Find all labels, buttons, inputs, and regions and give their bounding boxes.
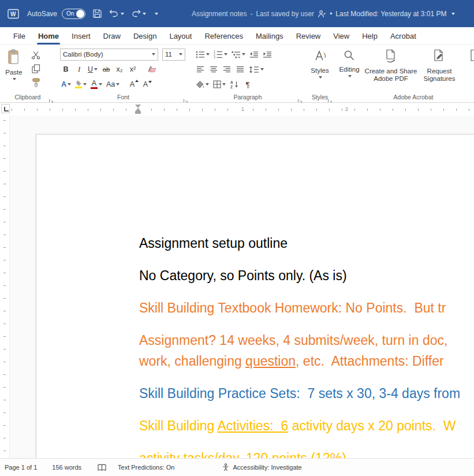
borders-button[interactable] — [212, 78, 227, 91]
subscript-button[interactable]: x₂ — [114, 63, 125, 76]
doc-text-run: activity tasks/day, 120 points (12%) — [139, 451, 346, 458]
tab-file[interactable]: File — [7, 27, 32, 44]
chevron-down-icon — [206, 83, 209, 85]
font-name-select[interactable]: Calibri (Body) — [60, 49, 158, 61]
request-signatures-button[interactable]: Request Signatures — [417, 45, 461, 92]
line-spacing-button[interactable] — [248, 63, 265, 76]
chevron-down-icon — [222, 83, 226, 85]
paste-button[interactable]: Paste — [0, 45, 28, 92]
horizontal-ruler[interactable]: 1 2 — [12, 105, 474, 114]
format-painter-button[interactable] — [30, 76, 42, 90]
align-right-button[interactable] — [221, 63, 233, 76]
clipboard-group-label: Clipboard — [0, 94, 55, 101]
shrink-font-button[interactable]: A — [141, 78, 153, 91]
clipped-ribbon-button[interactable] — [464, 45, 474, 92]
tab-acrobat[interactable]: Acrobat — [384, 27, 423, 44]
increase-indent-button[interactable] — [262, 48, 273, 61]
tab-insert[interactable]: Insert — [65, 27, 97, 44]
change-case-button[interactable]: Aa — [105, 78, 121, 91]
clear-formatting-button[interactable]: A — [145, 63, 156, 76]
tab-layout[interactable]: Layout — [163, 27, 198, 44]
strikethrough-button[interactable]: ab — [100, 63, 112, 76]
last-modified-status[interactable]: Last Modified: Yesterday at 3:01 PM — [335, 10, 446, 18]
justify-button[interactable] — [234, 63, 246, 76]
vertical-ruler[interactable] — [0, 116, 10, 458]
undo-button[interactable] — [109, 9, 124, 18]
word-count-status[interactable]: 156 words — [52, 464, 81, 471]
paragraph-dialog-launcher[interactable] — [297, 95, 303, 101]
arrow-down-icon — [148, 81, 152, 83]
tab-design[interactable]: Design — [127, 27, 163, 44]
tab-review[interactable]: Review — [290, 27, 327, 44]
bullets-icon — [196, 51, 205, 58]
text-predictions-status[interactable]: Text Predictions: On — [118, 464, 174, 471]
bullets-button[interactable] — [195, 48, 211, 61]
doc-paragraph[interactable]: Skill Building Activities: 6 activity da… — [139, 415, 460, 436]
chevron-down-icon — [319, 76, 322, 79]
styles-button[interactable]: Styles — [305, 45, 334, 92]
word-app-icon[interactable]: W — [8, 8, 19, 20]
status-bar: Page 1 of 1 156 words Text Predictions: … — [0, 458, 474, 476]
copy-icon — [32, 64, 40, 73]
tab-home[interactable]: Home — [32, 27, 65, 44]
copy-button[interactable] — [30, 62, 42, 76]
align-left-button[interactable] — [195, 63, 206, 76]
numbering-icon: 123 — [214, 50, 223, 58]
page-count-status[interactable]: Page 1 of 1 — [5, 464, 37, 471]
decrease-indent-button[interactable] — [248, 48, 260, 61]
doc-text-run: No Category, so Points only. (As is) — [139, 268, 347, 283]
tab-mailings[interactable]: Mailings — [249, 27, 290, 44]
tab-view[interactable]: View — [327, 27, 356, 44]
title-chevron-down-icon[interactable] — [451, 13, 455, 15]
highlight-color-bar — [75, 87, 82, 88]
ruler-mark-1: 1 — [240, 106, 245, 112]
show-hide-marks-button[interactable]: ¶ — [242, 78, 253, 91]
highlight-color-button[interactable] — [74, 78, 88, 91]
numbering-button[interactable]: 123 — [212, 48, 229, 61]
multilevel-list-button[interactable] — [230, 48, 247, 61]
doc-paragraph[interactable]: Assignment? 14 weeks, 4 submits/week, tu… — [139, 330, 460, 371]
proofing-book-icon — [98, 464, 106, 471]
font-color-button[interactable]: A — [89, 78, 103, 91]
accessibility-status[interactable]: Accessibility: Investigate — [233, 464, 301, 471]
chevron-down-icon — [242, 53, 245, 55]
superscript-button[interactable]: x² — [127, 63, 139, 76]
tab-stop-selector[interactable] — [1, 104, 10, 113]
proofing-status-button[interactable] — [98, 464, 106, 471]
doc-paragraph[interactable]: activity tasks/day, 120 points (12%) — [139, 448, 460, 458]
shading-button[interactable] — [195, 78, 210, 91]
tab-draw[interactable]: Draw — [97, 27, 127, 44]
document-page[interactable]: Assignment setup outlineNo Category, so … — [36, 134, 474, 458]
doc-paragraph[interactable]: Skill Building Practice Sets: 7 sets x 3… — [139, 383, 460, 404]
font-dialog-launcher[interactable] — [183, 95, 188, 101]
cut-button[interactable] — [30, 48, 42, 62]
doc-text-run: question — [245, 354, 296, 369]
clipboard-group: Paste Clipboard — [0, 45, 55, 102]
italic-button[interactable]: I — [73, 63, 85, 76]
create-share-pdf-button[interactable]: Create and Share Adobe PDF — [364, 45, 417, 92]
grow-font-button[interactable]: A — [128, 78, 140, 91]
autosave-toggle[interactable]: On — [62, 9, 85, 19]
bold-button[interactable]: B — [60, 63, 72, 76]
redo-button[interactable] — [131, 9, 146, 18]
doc-paragraph[interactable]: Skill Building Textbook Homework: No Poi… — [139, 298, 460, 318]
left-indent-marker[interactable] — [135, 111, 141, 114]
underline-button[interactable]: U — [87, 63, 99, 76]
text-effects-button[interactable]: A — [60, 78, 72, 91]
font-size-select[interactable]: 11 — [162, 49, 185, 61]
styles-dialog-launcher[interactable] — [327, 95, 333, 101]
doc-paragraph[interactable]: Assignment setup outline — [139, 233, 460, 254]
align-center-button[interactable] — [208, 63, 219, 76]
adobe-group-label: Adobe Acrobat — [364, 94, 462, 101]
quick-access-menu-button[interactable] — [153, 13, 158, 15]
tab-references[interactable]: References — [198, 27, 249, 44]
tab-help[interactable]: Help — [356, 27, 384, 44]
save-button[interactable] — [92, 9, 102, 18]
doc-text-run: Skill Building Practice Sets: 7 sets x 3… — [139, 386, 460, 401]
paste-dropdown-icon — [13, 78, 16, 80]
editing-button[interactable]: Editing — [335, 45, 363, 92]
sort-button[interactable]: AZ — [229, 78, 240, 91]
clipboard-dialog-launcher[interactable] — [48, 95, 54, 101]
paste-icon — [6, 49, 21, 66]
doc-paragraph[interactable]: No Category, so Points only. (As is) — [139, 265, 460, 286]
